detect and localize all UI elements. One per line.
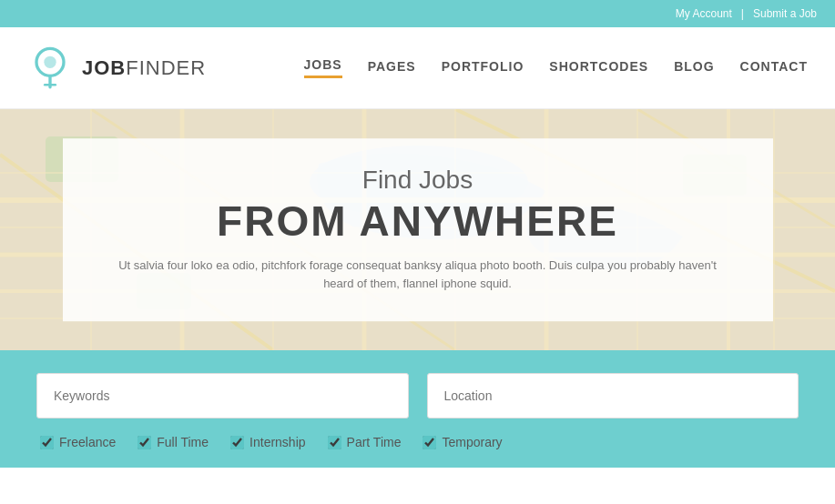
fulltime-label: Full Time bbox=[157, 435, 209, 449]
my-account-link[interactable]: My Account bbox=[676, 7, 732, 20]
checkbox-internship[interactable]: Internship bbox=[230, 435, 305, 449]
nav-item-blog[interactable]: BLOG bbox=[674, 59, 714, 77]
freelance-checkbox[interactable] bbox=[40, 436, 54, 449]
search-row bbox=[36, 373, 799, 418]
svg-point-1 bbox=[44, 55, 56, 67]
fulltime-checkbox[interactable] bbox=[137, 436, 151, 449]
logo-text: JOBFINDER bbox=[82, 56, 206, 80]
hero-subtitle: Find Jobs bbox=[117, 166, 718, 195]
logo[interactable]: JOBFINDER bbox=[27, 45, 206, 91]
submit-job-link[interactable]: Submit a Job bbox=[753, 7, 817, 20]
freelance-label: Freelance bbox=[59, 435, 116, 449]
nav-item-jobs[interactable]: JOBS bbox=[304, 57, 342, 78]
temporary-label: Temporary bbox=[442, 435, 502, 449]
keywords-input[interactable] bbox=[36, 373, 409, 418]
checkboxes-row: Freelance Full Time Internship Part Time… bbox=[36, 435, 799, 449]
nav-item-shortcodes[interactable]: SHORTCODES bbox=[549, 59, 648, 77]
checkbox-fulltime[interactable]: Full Time bbox=[137, 435, 209, 449]
checkbox-parttime[interactable]: Part Time bbox=[328, 435, 402, 449]
main-nav: JOBS PAGES PORTFOLIO SHORTCODES BLOG CON… bbox=[304, 57, 808, 78]
logo-icon bbox=[27, 45, 73, 91]
divider: | bbox=[741, 7, 744, 20]
top-bar: My Account | Submit a Job bbox=[0, 0, 835, 27]
temporary-checkbox[interactable] bbox=[423, 436, 436, 449]
checkbox-temporary[interactable]: Temporary bbox=[423, 435, 502, 449]
hero-title: FROM ANYWHERE bbox=[117, 197, 718, 246]
nav-item-contact[interactable]: CONTACT bbox=[740, 59, 808, 77]
hero-description: Ut salvia four loko ea odio, pitchfork f… bbox=[117, 257, 718, 295]
search-section: Freelance Full Time Internship Part Time… bbox=[0, 350, 835, 468]
hero-overlay: Find Jobs FROM ANYWHERE Ut salvia four l… bbox=[63, 138, 773, 322]
parttime-checkbox[interactable] bbox=[328, 436, 341, 449]
nav-item-pages[interactable]: PAGES bbox=[368, 59, 416, 77]
parttime-label: Part Time bbox=[347, 435, 402, 449]
nav-item-portfolio[interactable]: PORTFOLIO bbox=[442, 59, 524, 77]
hero-section: Find Jobs FROM ANYWHERE Ut salvia four l… bbox=[0, 109, 835, 350]
location-input[interactable] bbox=[427, 373, 799, 418]
internship-checkbox[interactable] bbox=[230, 436, 244, 449]
internship-label: Internship bbox=[249, 435, 305, 449]
header: JOBFINDER JOBS PAGES PORTFOLIO SHORTCODE… bbox=[0, 27, 835, 109]
checkbox-freelance[interactable]: Freelance bbox=[40, 435, 116, 449]
